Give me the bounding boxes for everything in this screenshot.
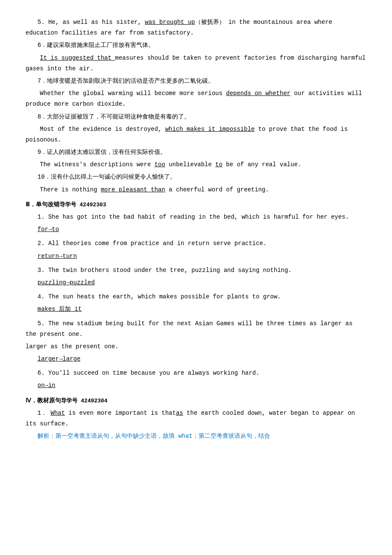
item-7-answer: Whether the global warming will become m…	[26, 88, 366, 110]
item-10-blank: more pleasant than	[101, 186, 165, 193]
III-item-1-sentence: She has got into the bad habit of readin…	[48, 214, 349, 220]
item-5: 5. He, as well as his sister, was brough…	[26, 17, 366, 38]
III-item-5-sentence: The new stadium being built for the next…	[26, 320, 352, 338]
III-item-5: 5. The new stadium being built for the n…	[26, 318, 366, 340]
item-5-chinese: （被抚养）	[195, 19, 225, 26]
III-item-4-sentence: The sun heats the earth, which makes pos…	[48, 293, 281, 300]
item-6-chinese: 建议采取措施来阻止工厂排放有害气体。	[47, 42, 154, 49]
IV-item-1-blank2: as	[176, 410, 183, 416]
III-item-1-answer: for→to	[37, 224, 366, 235]
III-item-3-answer-text: puzzling→puzzled	[37, 279, 95, 286]
item-9-number: 9．	[37, 149, 47, 156]
III-item-4-answer: makes 后加 it	[37, 304, 366, 315]
main-content: 5. He, as well as his sister, was brough…	[26, 17, 366, 442]
III-item-1-num: 1.	[37, 214, 48, 220]
item-5-blank: was brought up	[145, 19, 195, 26]
III-item-6-num: 6.	[37, 370, 48, 376]
analysis-text: 第一空考查主语从句，从句中缺少主语，故填 what；第二空考查状语从句，结合	[55, 433, 270, 439]
section-IV-header: Ⅳ．教材原句导学号 42492304	[26, 396, 366, 406]
III-item-5-answer: larger→large	[37, 354, 366, 364]
item-6: 6．建议采取措施来阻止工厂排放有害气体。	[26, 40, 366, 51]
III-item-3-num: 3.	[37, 267, 48, 274]
item-7: 7．地球变暖是否加剧取决于我们的活动是否产生更多的二氧化碳。	[26, 76, 366, 87]
item-6-answer-blank: It is suggested that	[40, 55, 115, 61]
item-9-pre: The witness's descriptions were	[40, 161, 155, 168]
III-item-5-cont: larger as the present one.	[26, 341, 366, 352]
item-6-answer: It is suggested that measures should be …	[26, 53, 366, 74]
section-III-header: Ⅲ．单句改错导学号 42492303	[26, 199, 366, 210]
IV-item-1-blank1: What	[51, 410, 65, 416]
item-9-blank1: too	[154, 161, 165, 168]
item-8-answer: Most of the evidence is destroyed, which…	[26, 124, 366, 145]
item-10-post: a cheerful word of greeting.	[165, 186, 269, 193]
item-8-blank: which makes it impossible	[165, 126, 255, 133]
item-7-pre: Whether the global warming will become m…	[40, 90, 226, 97]
item-8-pre: Most of the evidence is destroyed,	[40, 126, 165, 133]
III-item-1-answer-text: for→to	[37, 226, 59, 233]
IV-item-1: 1． What is even more important is thatas…	[26, 408, 366, 429]
III-item-1: 1. She has got into the bad habit of rea…	[26, 212, 366, 223]
item-10-answer: There is nothing more pleasant than a ch…	[26, 185, 366, 195]
item-6-number: 6．	[37, 42, 47, 49]
III-item-5-answer-text: larger→large	[37, 356, 81, 362]
item-8: 8．大部分证据被毁了，不可能证明这种食物是有毒的了。	[26, 112, 366, 122]
III-item-3-answer: puzzling→puzzled	[37, 278, 366, 288]
item-10-pre: There is nothing	[40, 186, 101, 193]
III-item-2: 2. All theories come from practice and i…	[26, 238, 366, 249]
item-9-post: be of any real value.	[222, 161, 301, 168]
III-item-2-answer-text: return→turn	[37, 253, 77, 260]
III-item-4-answer-text: makes 后加 it	[37, 306, 82, 312]
item-7-number: 7．	[37, 78, 47, 84]
III-item-2-answer: return→turn	[37, 251, 366, 262]
item-10-number: 10．	[37, 173, 51, 180]
III-item-6-answer: on→in	[37, 380, 366, 391]
item-7-chinese: 地球变暖是否加剧取决于我们的活动是否产生更多的二氧化碳。	[47, 78, 214, 84]
IV-item-1-mid: is even more important is that	[65, 410, 176, 416]
analysis-label: 解析：	[37, 433, 55, 439]
item-10-chinese: 没有什么比得上一句诚心的问候更令人愉快了。	[51, 173, 176, 180]
section-III-label: Ⅲ．单句改错	[26, 201, 60, 208]
item-5-pre: He, as well as his sister,	[48, 19, 145, 26]
III-item-6: 6. You'll succeed on time because you ar…	[26, 368, 366, 379]
item-7-blank: depends on whether	[226, 90, 290, 97]
III-item-3: 3. The twin brothers stood under the tre…	[26, 265, 366, 276]
item-10: 10．没有什么比得上一句诚心的问候更令人愉快了。	[26, 172, 366, 182]
III-item-3-sentence: The twin brothers stood under the tree, …	[48, 267, 291, 274]
section-III-guide: 导学号 42492303	[60, 202, 106, 208]
IV-item-1-num: 1．	[37, 410, 47, 416]
section-IV-label: Ⅳ．教材原句	[26, 397, 61, 404]
III-item-6-answer-text: on→in	[37, 382, 55, 389]
III-item-5-num: 5.	[37, 320, 48, 327]
item-8-number: 8．	[37, 113, 47, 120]
item-9: 9．证人的描述太难以置信，没有任何实际价值。	[26, 147, 366, 158]
item-9-mid: unbelievable	[165, 161, 216, 168]
III-item-2-num: 2.	[37, 240, 48, 247]
III-item-6-sentence: You'll succeed on time because you are a…	[48, 370, 259, 376]
item-9-answer: The witness's descriptions were too unbe…	[26, 159, 366, 170]
III-item-4-num: 4.	[37, 293, 48, 300]
item-8-chinese: 大部分证据被毁了，不可能证明这种食物是有毒的了。	[47, 113, 190, 120]
section-IV-guide: 导学号 42492304	[61, 398, 107, 404]
item-5-number: 5.	[37, 19, 45, 26]
III-item-4: 4. The sun heats the earth, which makes …	[26, 292, 366, 302]
III-item-2-sentence: All theories come from practice and in r…	[48, 240, 266, 247]
item-9-chinese: 证人的描述太难以置信，没有任何实际价值。	[47, 149, 166, 156]
item-9-blank2: to	[215, 161, 222, 168]
IV-item-1-analysis: 解析：第一空考查主语从句，从句中缺少主语，故填 what；第二空考查状语从句，结…	[26, 431, 366, 442]
